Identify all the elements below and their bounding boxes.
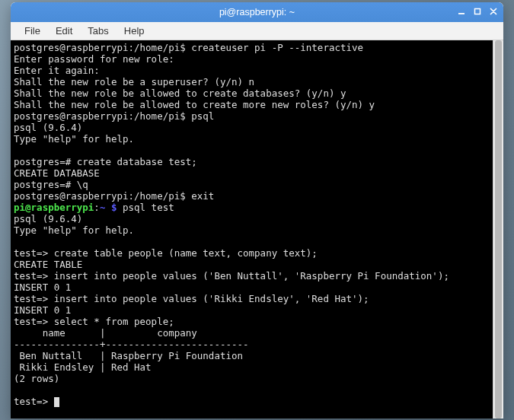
term-line: Ben Nuttall | Raspberry Pi Foundation — [14, 350, 243, 361]
term-line: ---------------+------------------------… — [14, 339, 249, 350]
term-line: Type "help" for help. — [14, 224, 134, 236]
term-line: postgres=# \q — [14, 179, 88, 190]
scrollbar[interactable] — [493, 40, 503, 418]
terminal-area-wrap: postgres@raspberrypi:/home/pi$ createuse… — [11, 40, 503, 418]
term-line: Enter it again: — [14, 65, 100, 76]
minimize-button[interactable] — [455, 5, 468, 18]
term-line: test=> insert into people values ('Ben N… — [14, 270, 449, 282]
window-controls — [455, 5, 500, 18]
term-line: Rikki Endsley | Red Hat — [14, 361, 152, 373]
close-icon — [490, 8, 497, 15]
terminal-cursor — [54, 397, 60, 407]
maximize-button[interactable] — [471, 5, 484, 18]
maximize-icon — [474, 8, 481, 15]
term-line: postgres@raspberrypi:/home/pi$ createuse… — [14, 42, 363, 53]
term-line: postgres@raspberrypi:/home/pi$ exit — [14, 190, 214, 202]
term-line: test=> create table people (name text, c… — [14, 247, 318, 259]
close-button[interactable] — [487, 5, 500, 18]
term-line: INSERT 0 1 — [14, 304, 71, 316]
term-line: Shall the new role be allowed to create … — [14, 88, 346, 99]
term-line: test=> select * from people; — [14, 316, 174, 327]
term-line: (2 rows) — [14, 373, 59, 384]
menu-file[interactable]: File — [17, 23, 48, 39]
term-line: Enter password for new role: — [14, 53, 174, 65]
menu-edit[interactable]: Edit — [48, 23, 80, 39]
terminal-window: pi@raspberrypi: ~ File Edit Tabs Help po… — [11, 2, 503, 418]
prompt-path: ~ $ — [100, 202, 117, 213]
term-line: CREATE TABLE — [14, 259, 82, 270]
term-line: psql (9.6.4) — [14, 213, 82, 224]
term-line: test=> — [14, 396, 59, 407]
term-line: Shall the new role be allowed to create … — [14, 99, 375, 110]
window-title: pi@raspberrypi: ~ — [15, 7, 499, 18]
term-line: Type "help" for help. — [14, 133, 134, 145]
term-line: postgres=# create database test; — [14, 156, 197, 167]
term-line: postgres@raspberrypi:/home/pi$ psql — [14, 110, 214, 122]
term-line: Shall the new role be a superuser? (y/n)… — [14, 76, 254, 88]
term-line: INSERT 0 1 — [14, 282, 71, 293]
term-line: psql (9.6.4) — [14, 122, 82, 133]
term-line: CREATE DATABASE — [14, 167, 100, 179]
minimize-icon — [458, 8, 465, 15]
scrollbar-thumb[interactable] — [495, 40, 502, 418]
menu-tabs[interactable]: Tabs — [80, 23, 116, 39]
term-line: test=> insert into people values ('Rikki… — [14, 293, 369, 304]
svg-rect-0 — [458, 13, 465, 14]
prompt-user: pi@raspberrypi — [14, 202, 94, 213]
titlebar[interactable]: pi@raspberrypi: ~ — [11, 2, 503, 22]
terminal-area[interactable]: postgres@raspberrypi:/home/pi$ createuse… — [11, 40, 493, 418]
term-line: name | company — [14, 327, 197, 339]
menubar: File Edit Tabs Help — [11, 22, 503, 40]
term-line: pi@raspberrypi:~ $ psql test — [14, 202, 174, 213]
menu-help[interactable]: Help — [117, 23, 152, 39]
svg-rect-1 — [475, 9, 480, 14]
